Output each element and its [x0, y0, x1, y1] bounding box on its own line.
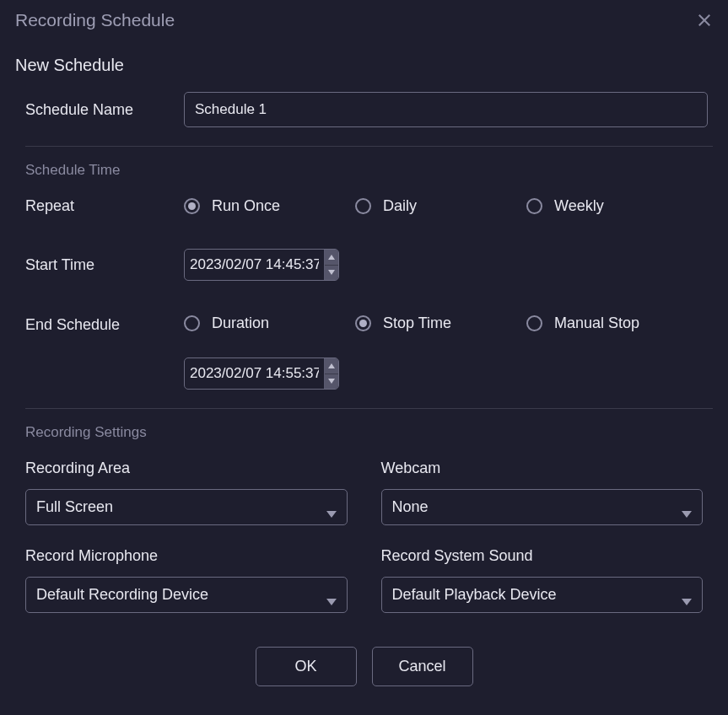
cancel-button[interactable]: Cancel — [372, 647, 473, 686]
stop-time-input-wrap — [184, 358, 339, 390]
start-time-down-button[interactable] — [325, 266, 338, 281]
repeat-run-once-radio[interactable]: Run Once — [184, 197, 355, 215]
repeat-row: Repeat Run Once Daily Weekly — [15, 197, 713, 215]
divider — [25, 408, 713, 409]
chevron-down-icon — [682, 504, 692, 511]
chevron-down-icon — [682, 592, 692, 599]
webcam-select[interactable]: None — [381, 489, 704, 525]
system-sound-label: Record System Sound — [381, 547, 704, 565]
recording-area-label: Recording Area — [25, 460, 348, 477]
end-duration-radio[interactable]: Duration — [184, 314, 355, 332]
settings-row-2: Record Microphone Default Recording Devi… — [15, 547, 713, 613]
select-value: None — [392, 498, 429, 515]
divider — [25, 146, 713, 147]
recording-schedule-dialog: Recording Schedule New Schedule Schedule… — [0, 0, 728, 715]
chevron-up-icon — [328, 363, 335, 368]
dialog-buttons: OK Cancel — [15, 647, 713, 686]
select-value: Default Playback Device — [392, 586, 557, 603]
radio-icon — [184, 198, 200, 214]
schedule-time-heading: Schedule Time — [25, 162, 713, 179]
radio-label: Stop Time — [383, 314, 451, 332]
chevron-down-icon — [328, 270, 335, 275]
radio-label: Daily — [383, 197, 417, 215]
radio-icon — [526, 198, 542, 214]
radio-label: Manual Stop — [554, 314, 639, 332]
radio-label: Duration — [212, 314, 269, 332]
new-schedule-header: New Schedule — [15, 56, 713, 75]
microphone-label: Record Microphone — [25, 547, 348, 565]
webcam-label: Webcam — [381, 460, 704, 477]
microphone-select[interactable]: Default Recording Device — [25, 577, 348, 613]
schedule-name-row: Schedule Name — [15, 92, 713, 127]
radio-icon — [355, 315, 371, 331]
repeat-label: Repeat — [15, 197, 184, 215]
radio-label: Weekly — [554, 197, 604, 215]
schedule-name-label: Schedule Name — [15, 101, 184, 119]
start-time-row: Start Time — [15, 249, 713, 281]
chevron-down-icon — [326, 504, 337, 511]
ok-button[interactable]: OK — [256, 647, 357, 686]
recording-settings-heading: Recording Settings — [25, 424, 713, 441]
recording-area-select[interactable]: Full Screen — [25, 489, 348, 525]
schedule-name-input[interactable] — [184, 92, 708, 127]
stop-time-spinner — [324, 358, 338, 389]
radio-icon — [355, 198, 371, 214]
close-button[interactable] — [696, 12, 713, 29]
chevron-down-icon — [328, 379, 335, 384]
end-schedule-row: End Schedule Duration Stop Time Manual S… — [15, 314, 713, 390]
end-stop-time-radio[interactable]: Stop Time — [355, 314, 526, 332]
stop-time-up-button[interactable] — [325, 358, 338, 374]
titlebar: Recording Schedule — [0, 0, 728, 39]
radio-icon — [184, 315, 200, 331]
end-manual-stop-radio[interactable]: Manual Stop — [526, 314, 698, 332]
dialog-content: New Schedule Schedule Name Schedule Time… — [0, 39, 728, 715]
select-value: Default Recording Device — [36, 586, 208, 603]
repeat-weekly-radio[interactable]: Weekly — [526, 197, 698, 215]
chevron-down-icon — [326, 592, 337, 599]
stop-time-input[interactable] — [185, 358, 324, 389]
repeat-daily-radio[interactable]: Daily — [355, 197, 526, 215]
system-sound-select[interactable]: Default Playback Device — [381, 577, 704, 613]
start-time-spinner — [324, 250, 338, 280]
select-value: Full Screen — [36, 498, 113, 515]
start-time-input-wrap — [184, 249, 339, 281]
chevron-up-icon — [328, 255, 335, 260]
close-icon — [698, 14, 710, 26]
settings-row-1: Recording Area Full Screen Webcam None — [15, 460, 713, 525]
start-time-input[interactable] — [185, 250, 324, 280]
end-schedule-label: End Schedule — [15, 314, 184, 334]
stop-time-down-button[interactable] — [325, 374, 338, 390]
radio-label: Run Once — [212, 197, 280, 215]
start-time-up-button[interactable] — [325, 250, 338, 266]
dialog-title: Recording Schedule — [15, 10, 175, 30]
start-time-label: Start Time — [15, 256, 184, 274]
radio-icon — [526, 315, 542, 331]
